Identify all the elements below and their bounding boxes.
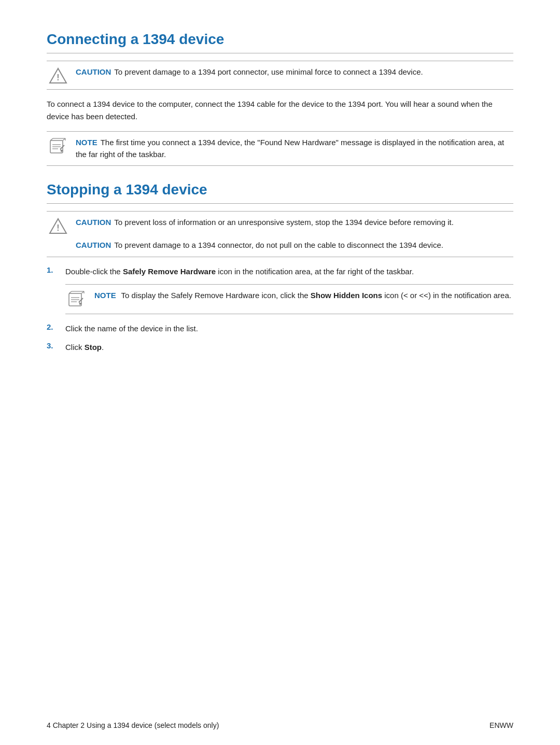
step1-bold: Safely Remove Hardware [123, 267, 216, 276]
section1-top-divider [47, 53, 513, 53]
step1-item: 1. Double-click the Safely Remove Hardwa… [47, 265, 513, 278]
step1-content: Double-click the Safely Remove Hardware … [65, 265, 414, 278]
note1-icon [47, 137, 69, 156]
section1-caution-box: ! CAUTIONTo prevent damage to a 1394 por… [47, 61, 513, 90]
svg-text:!: ! [57, 73, 59, 82]
section1-caution1-text: CAUTIONTo prevent damage to a 1394 port … [76, 66, 423, 78]
caution2-icon: ! [47, 217, 69, 234]
section2-top-divider [47, 203, 513, 204]
step1-num: 1. [47, 265, 65, 274]
section2-double-caution-box: ! CAUTIONTo prevent loss of information … [47, 211, 513, 257]
section2-caution1-row: ! CAUTIONTo prevent loss of information … [47, 217, 513, 234]
step2-num: 2. [47, 322, 65, 331]
section2-title: Stopping a 1394 device [47, 181, 513, 198]
svg-line-4 [63, 138, 65, 140]
step2-item: 2. Click the name of the device in the l… [47, 322, 513, 335]
note2-icon [65, 290, 88, 308]
section2-note1-label: NOTE [94, 291, 116, 300]
step3-num: 3. [47, 341, 65, 350]
page-footer: 4 Chapter 2 Using a 1394 device (select … [0, 721, 560, 729]
svg-line-22 [79, 298, 83, 302]
caution1-icon: ! [47, 66, 69, 84]
step3-bold: Stop [85, 343, 102, 352]
section2-caution2-label: CAUTION [76, 241, 111, 249]
section2-caution2-text: CAUTIONTo prevent damage to a 1394 conne… [76, 240, 443, 251]
note1-bold: Show Hidden Icons [311, 291, 382, 300]
section1-note1-text: NOTEThe first time you connect a 1394 de… [76, 137, 513, 160]
section1-note1-label: NOTE [76, 138, 97, 147]
section1-note-box: NOTEThe first time you connect a 1394 de… [47, 131, 513, 166]
section2-note1-text: NOTE To display the Safely Remove Hardwa… [94, 290, 511, 302]
section1-caution1-label: CAUTION [76, 67, 111, 76]
section2-note1-box: NOTE To display the Safely Remove Hardwa… [65, 284, 513, 314]
section2-caution2-row: CAUTIONTo prevent damage to a 1394 conne… [76, 240, 513, 251]
svg-line-10 [60, 145, 64, 149]
footer-left: 4 Chapter 2 Using a 1394 device (select … [47, 721, 219, 729]
svg-text:!: ! [57, 223, 59, 232]
footer-right: ENWW [489, 721, 513, 729]
section1-body: To connect a 1394 device to the computer… [47, 98, 513, 123]
step3-item: 3. Click Stop. [47, 341, 513, 354]
step2-content: Click the name of the device in the list… [65, 322, 198, 335]
section2-caution1-text: CAUTIONTo prevent loss of information or… [76, 217, 454, 229]
section2-caution1-label: CAUTION [76, 218, 111, 227]
step3-content: Click Stop. [65, 341, 104, 354]
section1-title: Connecting a 1394 device [47, 31, 513, 48]
